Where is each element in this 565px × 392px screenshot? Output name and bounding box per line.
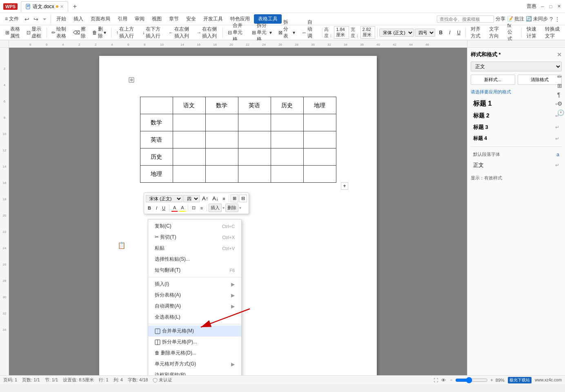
add-column-button[interactable]: +: [341, 182, 348, 190]
menu-dev-tools[interactable]: 开发工具: [200, 14, 226, 24]
table-cell[interactable]: [303, 166, 336, 183]
float-highlight-button[interactable]: A: [179, 204, 186, 212]
menu-file[interactable]: ≡ 文件: [2, 14, 22, 24]
paragraph-icon[interactable]: ¶: [557, 91, 564, 98]
insert-right-button[interactable]: → 在右侧插入列: [194, 24, 220, 41]
float-line-spacing-icon[interactable]: ≡: [221, 195, 227, 202]
menu-page-layout[interactable]: 页面布局: [87, 14, 113, 24]
more-button[interactable]: ⋮: [554, 16, 560, 22]
float-table-icon[interactable]: ⊞: [231, 195, 238, 202]
redo-button[interactable]: ↪: [32, 15, 40, 24]
table-cell[interactable]: [173, 131, 205, 148]
table-cell[interactable]: [271, 148, 303, 166]
text-dir-button[interactable]: 文字方向: [486, 24, 504, 41]
style-selector[interactable]: 正文: [471, 62, 562, 71]
edit-icon[interactable]: ✏: [557, 73, 564, 80]
table-cell[interactable]: [205, 166, 238, 183]
tab-close-icon[interactable]: ✕: [60, 4, 64, 9]
clock-icon[interactable]: 🕐: [557, 109, 564, 116]
table-move-handle[interactable]: ⊕: [129, 77, 134, 84]
float-insert-button[interactable]: 插入: [209, 204, 222, 212]
style-item-h1[interactable]: 标题 1 ↵: [471, 98, 562, 109]
eraser-button[interactable]: ⌫ 擦除: [70, 24, 89, 41]
menu-section[interactable]: 章节: [166, 14, 182, 24]
table-cell[interactable]: [205, 131, 238, 148]
expand-icon[interactable]: ⛶: [434, 378, 438, 383]
ctx-split-table[interactable]: 拆分表格(A) ▶: [148, 290, 241, 301]
ctx-select-all[interactable]: 全选表格(L): [148, 312, 241, 323]
insert-left-button[interactable]: ← 在左侧插入列: [166, 24, 193, 41]
table-cell[interactable]: [303, 148, 336, 166]
float-align-button[interactable]: ≡: [198, 204, 205, 212]
style-item-h4[interactable]: 标题 4 ↵: [471, 134, 562, 143]
float-italic-button[interactable]: I: [154, 204, 159, 212]
history-icon[interactable]: ⏷: [41, 16, 49, 23]
float-fontcolor-button[interactable]: A: [171, 204, 178, 212]
table-cell[interactable]: [238, 131, 271, 148]
new-style-button[interactable]: 新样式...: [471, 75, 515, 85]
settings-icon[interactable]: ⚙: [557, 100, 564, 107]
menu-view[interactable]: 视图: [149, 14, 165, 24]
menu-security[interactable]: 安全: [183, 14, 199, 24]
ctx-paste-special[interactable]: 选择性粘贴(S)...: [148, 254, 241, 265]
menu-review[interactable]: 审阅: [131, 14, 148, 24]
ctx-delete-cell[interactable]: 🗑 删除单元格(D)...: [148, 348, 241, 359]
italic-button[interactable]: I: [446, 28, 453, 37]
tab-document[interactable]: 语文.docx ✕: [21, 1, 68, 12]
show-grid-button[interactable]: ⊡ 显示虚框: [24, 24, 44, 41]
bold-button[interactable]: B: [436, 28, 445, 37]
align-button[interactable]: 对齐方式: [468, 24, 485, 41]
table-row-label[interactable]: 数学: [140, 114, 173, 131]
ctx-paste[interactable]: 粘贴 Ctrl+V: [148, 243, 241, 254]
draw-table-button[interactable]: ✏ 绘制表格: [49, 24, 69, 41]
tab-add-button[interactable]: +: [70, 1, 80, 12]
maximize-button[interactable]: □: [548, 4, 554, 9]
menu-start[interactable]: 开始: [53, 14, 69, 24]
size-selector[interactable]: 四号: [415, 29, 435, 37]
share-button[interactable]: 分享: [496, 16, 505, 22]
table-cell[interactable]: [271, 131, 303, 148]
undo-button[interactable]: ↩: [23, 15, 31, 24]
ctx-align-cell[interactable]: 单元格对齐方式(G) ▶: [148, 359, 241, 370]
table-cell[interactable]: [173, 114, 205, 131]
ctx-borders[interactable]: 边框和底纹(B)...: [148, 370, 241, 375]
float-bold-button[interactable]: B: [146, 204, 153, 212]
float-underline-button[interactable]: U: [160, 204, 167, 212]
table-props-button[interactable]: ⊞ 表格属性: [2, 24, 23, 41]
style-item-h3[interactable]: 标题 3 ↵: [471, 122, 562, 132]
table-cell-shuxue[interactable]: 数学: [205, 97, 238, 114]
table-cell[interactable]: [238, 166, 271, 183]
table-cell[interactable]: [173, 148, 205, 166]
table-cell[interactable]: [303, 114, 336, 131]
minimize-button[interactable]: ─: [540, 4, 545, 9]
menu-insert[interactable]: 插入: [70, 14, 87, 24]
float-increase-size[interactable]: A↑: [200, 195, 210, 202]
table-row-label[interactable]: 地理: [140, 166, 173, 183]
table-cell[interactable]: [205, 148, 238, 166]
quick-calc-button[interactable]: 快速计算: [524, 24, 541, 41]
table-cell[interactable]: [303, 131, 336, 148]
table-grid-icon[interactable]: ⊞: [557, 82, 564, 89]
menu-reference[interactable]: 引用: [114, 14, 131, 24]
insert-below-button[interactable]: ↓ 在下方插入行: [140, 24, 165, 41]
float-decrease-size[interactable]: A↓: [211, 195, 220, 202]
search-input[interactable]: [437, 16, 494, 23]
width-value[interactable]: 2.82厘米: [360, 26, 375, 39]
ctx-split-cell[interactable]: 拆分单元格(P)...: [148, 337, 241, 348]
table-cell-yuwen[interactable]: 语文: [173, 97, 205, 114]
ctx-insert[interactable]: 插入(I) ▶: [148, 279, 241, 290]
insert-above-button[interactable]: ↑ 在上方插入行: [113, 24, 138, 41]
float-size-selector[interactable]: 四号: [183, 195, 200, 202]
ctx-auto-adjust[interactable]: 自动调整(A) ▶: [148, 301, 241, 312]
table-cell-yingyu[interactable]: 英语: [238, 97, 271, 114]
ctx-copy[interactable]: 复制(C) Ctrl+C: [148, 221, 241, 232]
style-item-default-para[interactable]: 默认段落字体 a: [471, 150, 562, 159]
normal-style-item[interactable]: 正文 ↵: [471, 160, 562, 170]
table-cell[interactable]: [173, 166, 205, 183]
float-font-selector[interactable]: 宋体 (正文): [146, 195, 182, 202]
table-cell[interactable]: [238, 148, 271, 166]
ctx-merge-cell[interactable]: 合并单元格(M): [148, 326, 241, 337]
view-icon[interactable]: 👁: [441, 378, 446, 383]
zoom-in-button[interactable]: ＋: [489, 377, 494, 383]
convert-button[interactable]: 转换成文字: [542, 24, 563, 41]
